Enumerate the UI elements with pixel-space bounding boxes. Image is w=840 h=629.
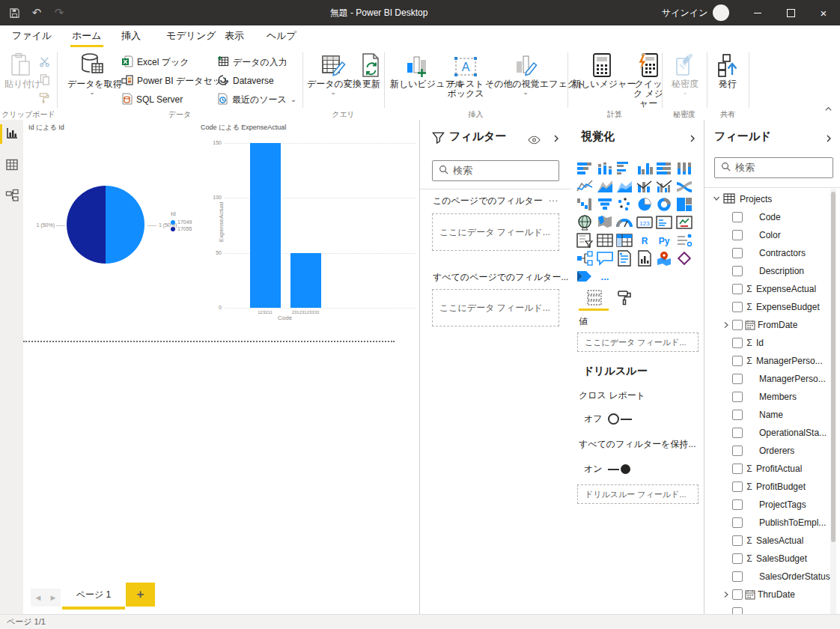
field-checkbox[interactable] <box>732 230 743 240</box>
field-checkbox[interactable] <box>732 499 743 510</box>
visual-icon-decomposition-tree[interactable] <box>576 250 594 267</box>
field-checkbox[interactable] <box>732 266 743 276</box>
pie-chart-plot[interactable] <box>67 186 144 264</box>
visual-icon-power-apps-visual[interactable] <box>675 250 693 267</box>
cross-report-toggle[interactable]: オフ <box>584 413 632 425</box>
refresh-button[interactable]: 更新 <box>358 51 385 89</box>
sql-server-button[interactable]: SQL Server <box>121 91 183 108</box>
get-data-button[interactable]: データを取得 ⌄ <box>67 51 117 95</box>
field-row-members[interactable]: Members <box>704 388 840 406</box>
field-checkbox[interactable] <box>732 302 743 312</box>
legend-item[interactable]: 17055 <box>171 226 192 231</box>
copy-icon[interactable] <box>40 71 50 88</box>
field-row-profitactual[interactable]: ΣProfitActual <box>704 460 840 478</box>
format-tab[interactable] <box>616 289 634 310</box>
visual-icon-clustered-bar-chart[interactable] <box>615 160 633 177</box>
avatar[interactable] <box>713 4 729 21</box>
field-row-publishtoempl[interactable]: PublishToEmpl... <box>704 514 840 532</box>
visual-icon-pie-chart[interactable] <box>636 196 654 213</box>
enter-data-button[interactable]: データの入力 <box>217 54 287 70</box>
field-checkbox[interactable] <box>732 607 743 614</box>
field-checkbox[interactable] <box>732 517 743 528</box>
field-checkbox[interactable] <box>732 248 743 258</box>
field-row-managerperso[interactable]: ManagerPerso... <box>704 370 840 388</box>
field-checkbox[interactable] <box>732 571 743 582</box>
filter-dropzone-all-pages[interactable]: ここにデータ フィールド... <box>432 289 559 326</box>
bar-23123123333[interactable] <box>290 253 321 308</box>
field-row-salesactual[interactable]: ΣSalesActual <box>704 532 840 550</box>
visual-icon-matrix[interactable] <box>615 232 633 249</box>
menu-item-1[interactable]: ファイル <box>9 25 55 48</box>
chevron-right-icon[interactable] <box>722 321 732 329</box>
visual-icon-paginated-report[interactable] <box>636 250 654 267</box>
next-page-icon[interactable]: ► <box>49 593 58 602</box>
filter-dropzone-page[interactable]: ここにデータ フィールド... <box>432 213 559 251</box>
dataverse-button[interactable]: Dataverse <box>217 73 274 89</box>
values-dropzone[interactable]: ここにデータ フィールド... <box>577 332 699 352</box>
prev-page-icon[interactable]: ◄ <box>34 593 43 602</box>
field-row-profitbudget[interactable]: ΣProfitBudget <box>704 478 840 496</box>
format-painter-icon[interactable] <box>38 89 50 106</box>
field-checkbox[interactable] <box>732 410 743 420</box>
field-row-thrudate[interactable]: ThruDate <box>704 586 840 604</box>
visual-icon-ribbon-chart[interactable] <box>675 178 693 195</box>
visual-icon-stacked-column-chart[interactable] <box>596 160 614 177</box>
collapse-fields-icon[interactable] <box>824 133 833 142</box>
excel-workbook-button[interactable]: Excel ブック <box>121 54 189 70</box>
text-box-button[interactable]: A テキスト ボックス <box>446 51 485 99</box>
visual-icon-power-automate-visual[interactable] <box>576 268 594 285</box>
report-canvas[interactable]: Id による Id 1 (50%) 1 (50%) Id 17049 17055… <box>23 120 419 581</box>
visual-icon-100-stacked-column-chart[interactable] <box>675 160 693 177</box>
visual-icon-r-script-visual[interactable]: R <box>636 232 654 249</box>
visual-icon-scatter-chart[interactable] <box>615 196 633 213</box>
field-row-salesorderstatus[interactable]: SalesOrderStatus <box>704 568 840 586</box>
new-measure-button[interactable]: 新しいメジャー <box>572 51 632 89</box>
field-checkbox[interactable] <box>732 374 743 384</box>
visual-icon-treemap[interactable] <box>675 196 693 213</box>
filter-search-input[interactable]: 検索 <box>432 160 559 181</box>
visual-icon-waterfall-chart[interactable] <box>576 196 594 213</box>
more-visuals-button[interactable]: その他の視覚エフェクト ⌄ <box>485 51 566 95</box>
field-row-code[interactable]: Code <box>704 208 840 226</box>
field-row-name[interactable]: Name <box>704 406 840 424</box>
visual-icon-stacked-bar-chart[interactable] <box>576 160 594 177</box>
visual-icon-kpi[interactable] <box>675 214 693 231</box>
drillthrough-dropzone[interactable]: ドリルスルー フィールド... <box>577 484 699 504</box>
field-checkbox[interactable] <box>732 338 743 348</box>
field-row-contractors[interactable]: Contractors <box>704 244 840 262</box>
fields-search-input[interactable]: 検索 <box>714 157 833 178</box>
field-row-orderers[interactable]: Orderers <box>704 442 840 460</box>
visual-icon-python-visual[interactable]: Py <box>655 232 673 249</box>
field-checkbox[interactable] <box>732 356 743 366</box>
field-row-color[interactable]: Color <box>704 226 840 244</box>
paste-button[interactable]: 貼り付け <box>4 51 37 89</box>
fields-well-tab[interactable] <box>585 289 604 310</box>
visual-icon-map[interactable] <box>576 214 594 231</box>
menu-item-5[interactable]: 表示 <box>222 25 247 48</box>
field-checkbox[interactable] <box>732 392 743 402</box>
new-visual-button[interactable]: 新しいビジュアル <box>390 51 445 89</box>
redo-icon[interactable]: ↷ <box>51 5 67 20</box>
visual-icon-card[interactable]: 123 <box>636 214 654 231</box>
collapse-ribbon-icon[interactable] <box>822 105 834 115</box>
menu-item-6[interactable]: ヘルプ <box>264 25 299 48</box>
visual-icon-q-and-a[interactable] <box>596 250 614 267</box>
field-checkbox[interactable] <box>732 481 743 492</box>
visual-icon-arcgis-map[interactable] <box>655 250 673 267</box>
field-checkbox[interactable] <box>732 535 743 546</box>
visual-icon-line-chart[interactable] <box>576 178 594 195</box>
publish-button[interactable]: 発行 <box>711 51 744 89</box>
visual-icon-stacked-area-chart[interactable] <box>615 178 633 195</box>
bar-chart-plot[interactable]: 15010050012321123123123333 <box>225 143 416 308</box>
visual-icon-line-clustered-column-chart[interactable] <box>655 178 673 195</box>
save-icon[interactable] <box>6 5 22 20</box>
field-row-fromdate[interactable]: FromDate <box>704 316 840 334</box>
recent-sources-button[interactable]: 最近のソース⌄ <box>217 91 296 108</box>
transform-data-button[interactable]: データの変換 ⌄ <box>307 51 359 95</box>
field-row-id[interactable]: ΣId <box>704 334 840 352</box>
undo-icon[interactable]: ↶ <box>28 5 45 20</box>
chevron-right-icon[interactable] <box>722 591 732 598</box>
field-row-operationalsta[interactable]: OperationalSta... <box>704 424 840 442</box>
quick-measure-button[interactable]: クイック メジャー <box>630 51 666 109</box>
collapse-visualizations-icon[interactable] <box>688 133 697 142</box>
